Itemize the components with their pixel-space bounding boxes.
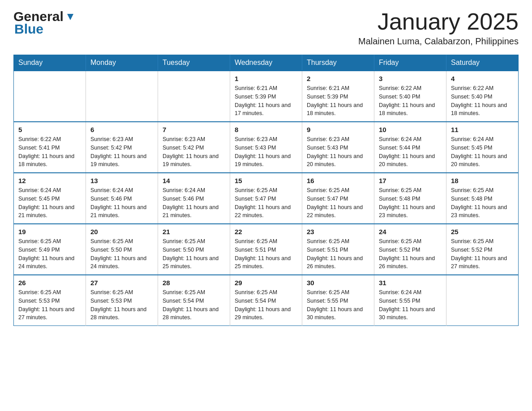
day-number: 15 [235,177,297,184]
day-info: Sunrise: 6:24 AM Sunset: 5:45 PM Dayligh… [451,135,514,169]
calendar-cell: 7Sunrise: 6:23 AM Sunset: 5:42 PM Daylig… [158,122,230,173]
day-number: 13 [90,177,153,184]
day-number: 8 [235,126,297,133]
calendar-cell: 3Sunrise: 6:22 AM Sunset: 5:40 PM Daylig… [374,71,446,122]
day-number: 2 [307,75,369,82]
calendar-cell: 23Sunrise: 6:25 AM Sunset: 5:51 PM Dayli… [302,224,374,275]
calendar-cell: 29Sunrise: 6:25 AM Sunset: 5:54 PM Dayli… [230,275,302,326]
day-number: 19 [18,228,81,235]
calendar-cell: 9Sunrise: 6:23 AM Sunset: 5:43 PM Daylig… [302,122,374,173]
calendar-week-row: 12Sunrise: 6:24 AM Sunset: 5:45 PM Dayli… [14,173,519,224]
calendar-cell [446,275,519,326]
calendar-cell: 31Sunrise: 6:24 AM Sunset: 5:55 PM Dayli… [374,275,446,326]
day-info: Sunrise: 6:25 AM Sunset: 5:54 PM Dayligh… [235,288,297,322]
column-header-monday: Monday [86,55,158,71]
calendar-cell: 18Sunrise: 6:25 AM Sunset: 5:48 PM Dayli… [446,173,519,224]
day-info: Sunrise: 6:25 AM Sunset: 5:52 PM Dayligh… [379,237,442,271]
day-number: 17 [379,177,442,184]
day-number: 3 [379,75,442,82]
day-number: 26 [18,279,81,287]
day-info: Sunrise: 6:25 AM Sunset: 5:50 PM Dayligh… [163,237,225,271]
day-info: Sunrise: 6:23 AM Sunset: 5:43 PM Dayligh… [235,135,297,169]
column-header-wednesday: Wednesday [230,55,302,71]
calendar-week-row: 5Sunrise: 6:22 AM Sunset: 5:41 PM Daylig… [14,122,519,173]
calendar-cell: 22Sunrise: 6:25 AM Sunset: 5:51 PM Dayli… [230,224,302,275]
calendar-week-row: 1Sunrise: 6:21 AM Sunset: 5:39 PM Daylig… [14,71,519,122]
day-number: 23 [307,228,369,235]
day-number: 1 [235,75,297,82]
day-info: Sunrise: 6:25 AM Sunset: 5:51 PM Dayligh… [307,237,369,271]
month-title: January 2025 [358,9,519,34]
column-header-sunday: Sunday [14,55,86,71]
day-number: 31 [379,279,442,287]
svg-marker-0 [67,14,73,20]
calendar-cell: 26Sunrise: 6:25 AM Sunset: 5:53 PM Dayli… [14,275,86,326]
logo-chevron-icon [65,12,75,22]
day-info: Sunrise: 6:25 AM Sunset: 5:50 PM Dayligh… [90,237,153,271]
calendar-cell: 30Sunrise: 6:25 AM Sunset: 5:55 PM Dayli… [302,275,374,326]
day-info: Sunrise: 6:25 AM Sunset: 5:53 PM Dayligh… [90,288,153,322]
day-number: 5 [18,126,81,133]
day-number: 4 [451,75,514,82]
day-info: Sunrise: 6:25 AM Sunset: 5:55 PM Dayligh… [307,288,369,322]
calendar-cell [14,71,86,122]
day-number: 27 [90,279,153,287]
day-info: Sunrise: 6:25 AM Sunset: 5:47 PM Dayligh… [307,186,369,220]
day-info: Sunrise: 6:24 AM Sunset: 5:44 PM Dayligh… [379,135,442,169]
column-header-saturday: Saturday [446,55,519,71]
calendar-cell [86,71,158,122]
day-info: Sunrise: 6:21 AM Sunset: 5:39 PM Dayligh… [235,84,297,118]
day-info: Sunrise: 6:25 AM Sunset: 5:47 PM Dayligh… [235,186,297,220]
calendar-week-row: 19Sunrise: 6:25 AM Sunset: 5:49 PM Dayli… [14,224,519,275]
day-number: 10 [379,126,442,133]
day-number: 16 [307,177,369,184]
day-info: Sunrise: 6:23 AM Sunset: 5:42 PM Dayligh… [90,135,153,169]
day-number: 29 [235,279,297,287]
day-number: 20 [90,228,153,235]
calendar-cell: 14Sunrise: 6:24 AM Sunset: 5:46 PM Dayli… [158,173,230,224]
calendar-cell: 19Sunrise: 6:25 AM Sunset: 5:49 PM Dayli… [14,224,86,275]
day-number: 18 [451,177,514,184]
day-info: Sunrise: 6:23 AM Sunset: 5:42 PM Dayligh… [163,135,225,169]
logo: General Blue [13,9,75,37]
day-info: Sunrise: 6:24 AM Sunset: 5:46 PM Dayligh… [163,186,225,220]
day-info: Sunrise: 6:22 AM Sunset: 5:40 PM Dayligh… [451,84,514,118]
day-info: Sunrise: 6:25 AM Sunset: 5:49 PM Dayligh… [18,237,81,271]
day-info: Sunrise: 6:25 AM Sunset: 5:53 PM Dayligh… [18,288,81,322]
calendar-cell: 20Sunrise: 6:25 AM Sunset: 5:50 PM Dayli… [86,224,158,275]
calendar-cell: 1Sunrise: 6:21 AM Sunset: 5:39 PM Daylig… [230,71,302,122]
day-number: 28 [163,279,225,287]
location-subtitle: Malainen Luma, Calabarzon, Philippines [358,36,519,47]
calendar-cell: 21Sunrise: 6:25 AM Sunset: 5:50 PM Dayli… [158,224,230,275]
day-number: 30 [307,279,369,287]
day-number: 21 [163,228,225,235]
column-header-tuesday: Tuesday [158,55,230,71]
day-number: 6 [90,126,153,133]
calendar-table: SundayMondayTuesdayWednesdayThursdayFrid… [13,55,519,326]
day-info: Sunrise: 6:21 AM Sunset: 5:39 PM Dayligh… [307,84,369,118]
calendar-cell: 11Sunrise: 6:24 AM Sunset: 5:45 PM Dayli… [446,122,519,173]
day-number: 24 [379,228,442,235]
calendar-cell: 5Sunrise: 6:22 AM Sunset: 5:41 PM Daylig… [14,122,86,173]
day-number: 7 [163,126,225,133]
title-section: January 2025 Malainen Luma, Calabarzon, … [358,9,519,47]
calendar-header-row: SundayMondayTuesdayWednesdayThursdayFrid… [14,55,519,71]
day-number: 9 [307,126,369,133]
day-info: Sunrise: 6:25 AM Sunset: 5:48 PM Dayligh… [379,186,442,220]
calendar-cell: 12Sunrise: 6:24 AM Sunset: 5:45 PM Dayli… [14,173,86,224]
calendar-cell: 13Sunrise: 6:24 AM Sunset: 5:46 PM Dayli… [86,173,158,224]
calendar-cell: 10Sunrise: 6:24 AM Sunset: 5:44 PM Dayli… [374,122,446,173]
calendar-week-row: 26Sunrise: 6:25 AM Sunset: 5:53 PM Dayli… [14,275,519,326]
calendar-cell: 25Sunrise: 6:25 AM Sunset: 5:52 PM Dayli… [446,224,519,275]
day-number: 22 [235,228,297,235]
calendar-cell: 28Sunrise: 6:25 AM Sunset: 5:54 PM Dayli… [158,275,230,326]
day-number: 11 [451,126,514,133]
calendar-cell: 2Sunrise: 6:21 AM Sunset: 5:39 PM Daylig… [302,71,374,122]
day-info: Sunrise: 6:25 AM Sunset: 5:52 PM Dayligh… [451,237,514,271]
calendar-cell: 15Sunrise: 6:25 AM Sunset: 5:47 PM Dayli… [230,173,302,224]
calendar-cell: 16Sunrise: 6:25 AM Sunset: 5:47 PM Dayli… [302,173,374,224]
day-info: Sunrise: 6:24 AM Sunset: 5:55 PM Dayligh… [379,288,442,322]
day-info: Sunrise: 6:24 AM Sunset: 5:45 PM Dayligh… [18,186,81,220]
calendar-cell: 17Sunrise: 6:25 AM Sunset: 5:48 PM Dayli… [374,173,446,224]
calendar-cell [158,71,230,122]
